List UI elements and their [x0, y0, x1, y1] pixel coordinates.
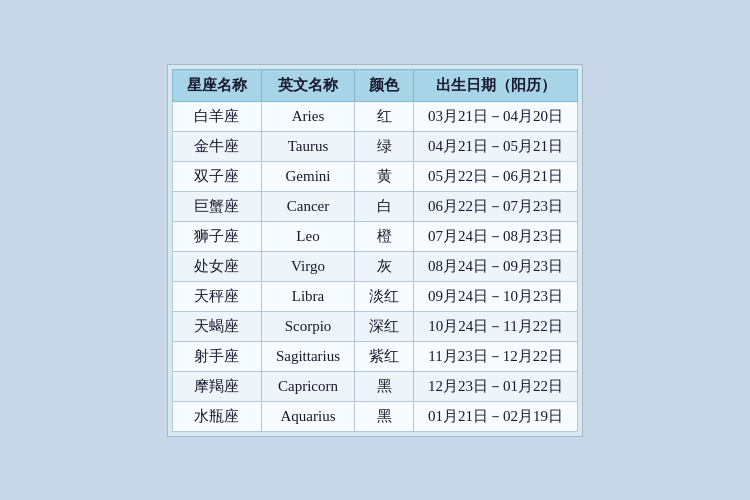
table-row: 金牛座Taurus绿04月21日－05月21日: [172, 131, 577, 161]
header-english-name: 英文名称: [261, 69, 354, 101]
cell-chinese-name: 白羊座: [172, 101, 261, 131]
cell-chinese-name: 射手座: [172, 341, 261, 371]
table-row: 水瓶座Aquarius黑01月21日－02月19日: [172, 401, 577, 431]
table-row: 天秤座Libra淡红09月24日－10月23日: [172, 281, 577, 311]
cell-english-name: Scorpio: [261, 311, 354, 341]
header-color: 颜色: [355, 69, 414, 101]
table-row: 摩羯座Capricorn黑12月23日－01月22日: [172, 371, 577, 401]
cell-chinese-name: 水瓶座: [172, 401, 261, 431]
cell-color: 橙: [355, 221, 414, 251]
cell-chinese-name: 双子座: [172, 161, 261, 191]
cell-color: 深红: [355, 311, 414, 341]
cell-dates: 06月22日－07月23日: [414, 191, 578, 221]
cell-color: 红: [355, 101, 414, 131]
table-row: 白羊座Aries红03月21日－04月20日: [172, 101, 577, 131]
cell-chinese-name: 天蝎座: [172, 311, 261, 341]
table-header-row: 星座名称 英文名称 颜色 出生日期（阳历）: [172, 69, 577, 101]
cell-chinese-name: 金牛座: [172, 131, 261, 161]
cell-dates: 07月24日－08月23日: [414, 221, 578, 251]
cell-english-name: Sagittarius: [261, 341, 354, 371]
cell-chinese-name: 天秤座: [172, 281, 261, 311]
cell-dates: 10月24日－11月22日: [414, 311, 578, 341]
cell-dates: 04月21日－05月21日: [414, 131, 578, 161]
cell-color: 淡红: [355, 281, 414, 311]
table-row: 巨蟹座Cancer白06月22日－07月23日: [172, 191, 577, 221]
cell-chinese-name: 处女座: [172, 251, 261, 281]
cell-dates: 08月24日－09月23日: [414, 251, 578, 281]
cell-chinese-name: 摩羯座: [172, 371, 261, 401]
cell-color: 黑: [355, 401, 414, 431]
cell-color: 绿: [355, 131, 414, 161]
header-dates: 出生日期（阳历）: [414, 69, 578, 101]
table-row: 双子座Gemini黄05月22日－06月21日: [172, 161, 577, 191]
table-row: 处女座Virgo灰08月24日－09月23日: [172, 251, 577, 281]
cell-english-name: Taurus: [261, 131, 354, 161]
cell-english-name: Cancer: [261, 191, 354, 221]
zodiac-table-body: 白羊座Aries红03月21日－04月20日金牛座Taurus绿04月21日－0…: [172, 101, 577, 431]
zodiac-table-container: 星座名称 英文名称 颜色 出生日期（阳历） 白羊座Aries红03月21日－04…: [167, 64, 583, 437]
cell-dates: 09月24日－10月23日: [414, 281, 578, 311]
cell-chinese-name: 狮子座: [172, 221, 261, 251]
cell-dates: 12月23日－01月22日: [414, 371, 578, 401]
cell-english-name: Capricorn: [261, 371, 354, 401]
cell-dates: 01月21日－02月19日: [414, 401, 578, 431]
cell-english-name: Leo: [261, 221, 354, 251]
cell-dates: 03月21日－04月20日: [414, 101, 578, 131]
cell-english-name: Aquarius: [261, 401, 354, 431]
cell-chinese-name: 巨蟹座: [172, 191, 261, 221]
table-row: 射手座Sagittarius紫红11月23日－12月22日: [172, 341, 577, 371]
cell-english-name: Virgo: [261, 251, 354, 281]
cell-english-name: Gemini: [261, 161, 354, 191]
cell-english-name: Aries: [261, 101, 354, 131]
cell-color: 灰: [355, 251, 414, 281]
table-row: 天蝎座Scorpio深红10月24日－11月22日: [172, 311, 577, 341]
cell-color: 紫红: [355, 341, 414, 371]
zodiac-table: 星座名称 英文名称 颜色 出生日期（阳历） 白羊座Aries红03月21日－04…: [172, 69, 578, 432]
cell-dates: 11月23日－12月22日: [414, 341, 578, 371]
table-row: 狮子座Leo橙07月24日－08月23日: [172, 221, 577, 251]
cell-dates: 05月22日－06月21日: [414, 161, 578, 191]
cell-color: 黑: [355, 371, 414, 401]
cell-color: 黄: [355, 161, 414, 191]
cell-english-name: Libra: [261, 281, 354, 311]
cell-color: 白: [355, 191, 414, 221]
header-chinese-name: 星座名称: [172, 69, 261, 101]
